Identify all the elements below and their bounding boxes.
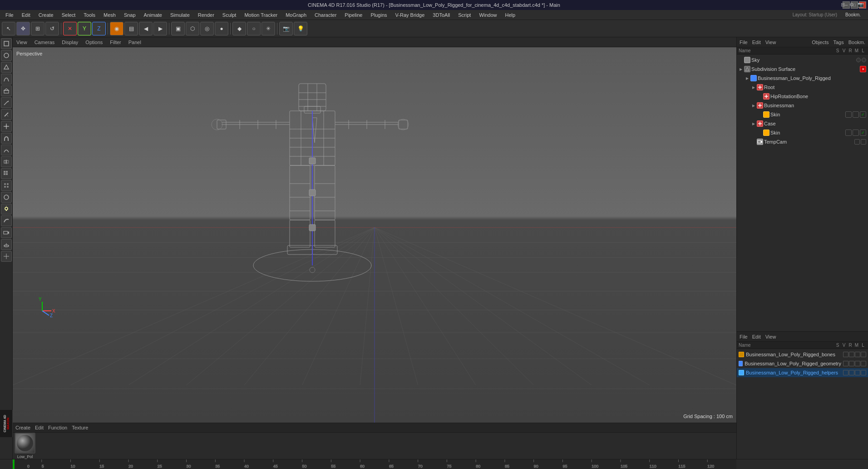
toolbar-light[interactable]: 💡 (294, 22, 307, 35)
menu-3dtoall[interactable]: 3DToAll (429, 11, 454, 19)
left-btn-floor[interactable] (1, 239, 12, 250)
left-btn-objects[interactable] (1, 38, 12, 49)
menu-file[interactable]: File (2, 11, 17, 19)
toolbar-render-to-pic[interactable]: ◀ (139, 22, 153, 35)
obj-menu-tags[interactable]: Tags (833, 40, 843, 45)
menu-mograph[interactable]: MoGraph (282, 11, 310, 19)
tempcam-tag2[interactable] (861, 139, 866, 145)
left-btn-poly[interactable] (1, 62, 12, 73)
menu-motion-tracker[interactable]: Motion Tracker (241, 11, 281, 19)
viewport-maximize-icon[interactable]: ⊞ (839, 1, 846, 8)
mat-dot-4[interactable] (861, 352, 866, 357)
mat-menu-function[interactable]: Function (48, 425, 67, 430)
toolbar-rotate[interactable]: ↺ (45, 22, 59, 35)
mat-row-helpers[interactable]: Businessman_Low_Poly_Rigged_helpers (737, 368, 868, 377)
left-btn-materials[interactable] (1, 192, 12, 203)
left-btn-lights[interactable] (1, 204, 12, 215)
toolbar-snap[interactable]: ○ (247, 22, 261, 35)
obj-row-tempcam[interactable]: TempCam (737, 137, 868, 146)
menu-tools[interactable]: Tools (80, 11, 99, 19)
obj-menu-file[interactable]: File (740, 40, 748, 45)
menu-plugins[interactable]: Plugins (367, 11, 390, 19)
mat-dot-g1[interactable] (843, 361, 848, 366)
mat-menu-create[interactable]: Create (15, 425, 30, 430)
menu-snap[interactable]: Snap (120, 11, 139, 19)
mat-mgr-edit[interactable]: Edit (752, 334, 761, 339)
skin2-tag-check[interactable]: ✓ (860, 130, 866, 136)
sub-tag-red[interactable]: ✕ (860, 66, 866, 72)
viewport-canvas[interactable]: X Y Z Perspective Grid Spacing : 100 cm (13, 47, 736, 423)
mat-dot-h1[interactable] (843, 370, 848, 375)
left-btn-pen[interactable] (1, 97, 12, 108)
viewport-settings-icon[interactable]: ⚙ (848, 1, 855, 8)
toolbar-render-active[interactable]: ◉ (110, 22, 123, 35)
mat-dot-1[interactable] (843, 352, 848, 357)
left-btn-scene[interactable] (1, 50, 12, 61)
left-btn-twist[interactable] (1, 145, 12, 155)
obj-menu-objects[interactable]: Objects (812, 40, 829, 45)
toolbar-scale[interactable]: ⊞ (31, 22, 44, 35)
menu-window[interactable]: Window (475, 11, 500, 19)
obj-row-skin2[interactable]: Skin ✓ (737, 128, 868, 137)
toolbar-camera[interactable]: 📷 (279, 22, 293, 35)
obj-row-skin1[interactable]: Skin ✓ (737, 110, 868, 119)
viewport-menu-filter[interactable]: Filter (110, 40, 121, 45)
menu-mesh[interactable]: Mesh (100, 11, 119, 19)
skin1-tag-sq2[interactable] (853, 111, 859, 118)
viewport-menu-options[interactable]: Options (85, 40, 103, 45)
left-btn-spline[interactable] (1, 74, 12, 85)
skin1-tag-check[interactable]: ✓ (860, 111, 866, 118)
toolbar-z[interactable]: Z (92, 22, 106, 35)
toolbar-point-mode[interactable]: ● (215, 22, 228, 35)
mat-dot-g3[interactable] (855, 361, 860, 366)
toolbar-render-settings[interactable]: ▶ (153, 22, 167, 35)
toolbar-enable-axis[interactable]: ◆ (232, 22, 246, 35)
left-btn-deformers[interactable] (1, 215, 12, 226)
left-btn-model[interactable] (1, 85, 12, 96)
sky-toggle-s[interactable] (856, 58, 861, 62)
mat-menu-edit[interactable]: Edit (35, 425, 44, 430)
obj-menu-view[interactable]: View (765, 40, 776, 45)
mat-dot-h3[interactable] (855, 370, 860, 375)
left-btn-symmetry[interactable] (1, 156, 12, 167)
toolbar-cursor[interactable]: ↖ (2, 22, 15, 35)
tempcam-tag[interactable] (854, 139, 860, 145)
obj-row-subdivision[interactable]: ▶ Subdivision Surface ✕ (737, 65, 868, 74)
material-thumbnail[interactable] (15, 433, 35, 454)
toolbar-grid[interactable]: ✳ (261, 22, 275, 35)
menu-sculpt[interactable]: Sculpt (219, 11, 240, 19)
obj-row-businessman[interactable]: ▶ Businessman_Low_Poly_Rigged (737, 74, 868, 83)
menu-character[interactable]: Character (311, 11, 340, 19)
obj-menu-edit[interactable]: Edit (752, 40, 761, 45)
menu-script[interactable]: Script (454, 11, 474, 19)
menu-pipeline[interactable]: Pipeline (341, 11, 366, 19)
obj-row-sky[interactable]: Sky (737, 55, 868, 65)
toolbar-polygon-mode[interactable]: ⬡ (186, 22, 199, 35)
viewport-menu-cameras[interactable]: Cameras (35, 40, 55, 45)
mat-dot-g2[interactable] (849, 361, 854, 366)
menu-edit[interactable]: Edit (18, 11, 34, 19)
obj-menu-bookmarks[interactable]: Bookm. (848, 40, 865, 45)
left-btn-camera[interactable] (1, 227, 12, 238)
left-btn-grid2[interactable] (1, 180, 12, 191)
toolbar-object-mode[interactable]: ▣ (171, 22, 185, 35)
mat-mgr-view[interactable]: View (765, 334, 776, 339)
menu-bookmarks[interactable]: Bookm. (842, 11, 864, 18)
viewport-menu-display[interactable]: Display (62, 40, 78, 45)
toolbar-edge-mode[interactable]: ◎ (200, 22, 214, 35)
skin2-tag-sq[interactable] (845, 130, 852, 136)
viewport-menu-view[interactable]: View (16, 40, 27, 45)
skin2-tag-sq2[interactable] (853, 130, 859, 136)
mat-dot-3[interactable] (855, 352, 860, 357)
mat-dot-2[interactable] (849, 352, 854, 357)
menu-simulate[interactable]: Simulate (167, 11, 193, 19)
menu-select[interactable]: Select (58, 11, 79, 19)
menu-vray[interactable]: V-Ray Bridge (392, 11, 429, 19)
obj-row-biz2[interactable]: ▶ Businessman (737, 101, 868, 110)
mat-dot-g4[interactable] (861, 361, 866, 366)
menu-animate[interactable]: Animate (140, 11, 166, 19)
toolbar-render-region[interactable]: ▤ (124, 22, 138, 35)
mat-dot-h2[interactable] (849, 370, 854, 375)
viewport-camera-icon[interactable]: 📷 (857, 1, 864, 8)
left-btn-magnet[interactable] (1, 133, 12, 144)
